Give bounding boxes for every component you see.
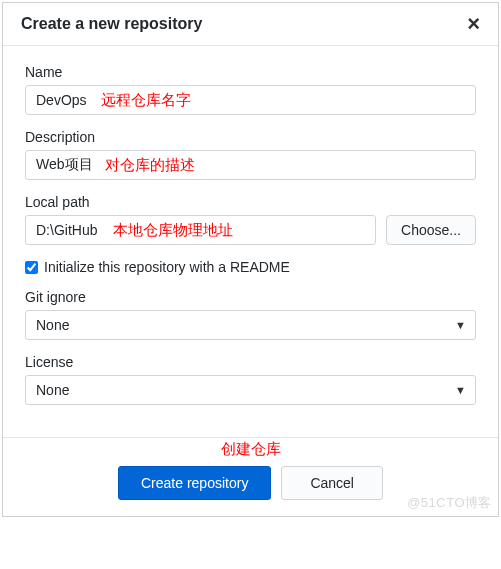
init-readme-label: Initialize this repository with a README [44, 259, 290, 275]
name-label: Name [25, 64, 476, 80]
description-label: Description [25, 129, 476, 145]
name-input[interactable] [25, 85, 476, 115]
license-label: License [25, 354, 476, 370]
local-path-label: Local path [25, 194, 476, 210]
git-ignore-field: Git ignore None ▼ [25, 289, 476, 340]
init-readme-row: Initialize this repository with a README [25, 259, 476, 275]
init-readme-checkbox[interactable] [25, 261, 38, 274]
footer-annotation: 创建仓库 [221, 440, 281, 459]
local-path-input[interactable] [25, 215, 376, 245]
local-path-field: Local path 本地仓库物理地址 Choose... [25, 194, 476, 245]
create-repository-button[interactable]: Create repository [118, 466, 271, 500]
git-ignore-label: Git ignore [25, 289, 476, 305]
name-field: Name 远程仓库名字 [25, 64, 476, 115]
license-select[interactable]: None [25, 375, 476, 405]
watermark: @51CTO博客 [407, 494, 492, 512]
modal-footer: 创建仓库 Create repository Cancel @51CTO博客 [3, 437, 498, 516]
modal-body: Name 远程仓库名字 Description 对仓库的描述 Local pat… [3, 46, 498, 429]
close-icon[interactable]: × [467, 13, 480, 35]
description-input[interactable] [25, 150, 476, 180]
cancel-button[interactable]: Cancel [281, 466, 383, 500]
git-ignore-select[interactable]: None [25, 310, 476, 340]
description-field: Description 对仓库的描述 [25, 129, 476, 180]
choose-button[interactable]: Choose... [386, 215, 476, 245]
license-field: License None ▼ [25, 354, 476, 405]
modal-header: Create a new repository × [3, 3, 498, 46]
modal-title: Create a new repository [21, 15, 202, 33]
create-repository-modal: Create a new repository × Name 远程仓库名字 De… [2, 2, 499, 517]
